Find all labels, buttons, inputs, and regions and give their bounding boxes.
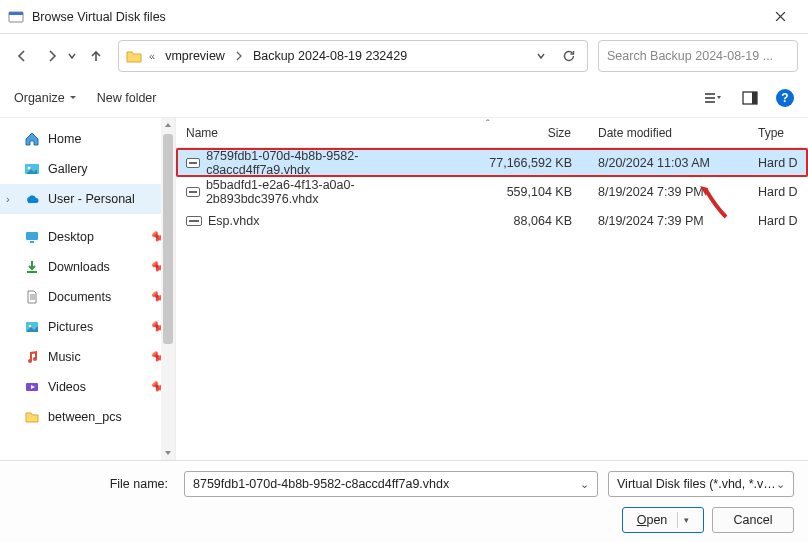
open-rest: pen	[646, 513, 667, 527]
file-date: 8/19/2024 7:39 PM	[598, 185, 704, 199]
sidebar-item-label: User - Personal	[48, 192, 135, 206]
sidebar-item-label: between_pcs	[48, 410, 122, 424]
up-button[interactable]	[84, 44, 108, 68]
sidebar-item-label: Music	[48, 350, 81, 364]
sidebar-item-desktop[interactable]: Desktop📌	[0, 222, 175, 252]
back-button[interactable]	[10, 44, 34, 68]
close-button[interactable]	[760, 2, 800, 32]
filename-combobox[interactable]: 8759fdb1-070d-4b8b-9582-c8accd4ff7a9.vhd…	[184, 471, 598, 497]
column-header-row: Name Size Date modified Type	[176, 118, 808, 148]
file-date: 8/19/2024 7:39 PM	[598, 214, 704, 228]
file-type-combobox[interactable]: Virtual Disk files (*.vhd, *.vhdx) ⌄	[608, 471, 794, 497]
open-accel: O	[637, 513, 647, 527]
chevron-down-icon	[69, 94, 77, 102]
file-type: Hard D	[758, 214, 798, 228]
file-type: Hard D	[758, 185, 798, 199]
organize-label: Organize	[14, 91, 65, 105]
column-header-date[interactable]: Date modified	[588, 118, 748, 147]
window-title: Browse Virtual Disk files	[32, 10, 166, 24]
file-list: ˆ Name Size Date modified Type 8759fdb1-…	[176, 118, 808, 460]
sidebar-item-label: Documents	[48, 290, 111, 304]
disk-file-icon	[186, 158, 200, 168]
desktop-icon	[24, 229, 40, 245]
file-name: b5badfd1-e2a6-4f13-a0a0-2b893bdc3976.vhd…	[206, 178, 428, 206]
sidebar-scrollbar[interactable]	[161, 118, 175, 460]
svg-rect-8	[27, 271, 37, 273]
sidebar-item-label: Desktop	[48, 230, 94, 244]
sort-indicator-icon: ˆ	[486, 118, 490, 130]
svg-rect-7	[30, 241, 34, 243]
documents-icon	[24, 289, 40, 305]
new-folder-button[interactable]: New folder	[97, 91, 157, 105]
pictures-icon	[24, 319, 40, 335]
filename-value: 8759fdb1-070d-4b8b-9582-c8accd4ff7a9.vhd…	[193, 477, 449, 491]
music-icon	[24, 349, 40, 365]
breadcrumb-separator: «	[147, 50, 157, 62]
table-row[interactable]: Esp.vhdx88,064 KB8/19/2024 7:39 PMHard D	[176, 206, 808, 235]
address-bar[interactable]: « vmpreview Backup 2024-08-19 232429	[118, 40, 588, 72]
search-box[interactable]	[598, 40, 798, 72]
sidebar-item-label: Gallery	[48, 162, 88, 176]
nav-row: « vmpreview Backup 2024-08-19 232429	[0, 34, 808, 78]
organize-menu[interactable]: Organize	[14, 91, 77, 105]
sidebar-item-home[interactable]: Home	[0, 124, 175, 154]
address-dropdown[interactable]	[529, 44, 553, 68]
open-button[interactable]: Open ▾	[622, 507, 704, 533]
onedrive-icon	[24, 191, 40, 207]
sidebar-item-pictures[interactable]: Pictures📌	[0, 312, 175, 342]
svg-rect-6	[26, 232, 38, 240]
column-header-name[interactable]: Name	[176, 118, 438, 147]
folder-icon	[125, 47, 143, 65]
table-row[interactable]: 8759fdb1-070d-4b8b-9582-c8accd4ff7a9.vhd…	[176, 148, 808, 177]
file-date: 8/20/2024 11:03 AM	[598, 156, 710, 170]
preview-pane-button[interactable]	[738, 86, 762, 110]
svg-rect-3	[752, 92, 757, 104]
sidebar-item-music[interactable]: Music📌	[0, 342, 175, 372]
videos-icon	[24, 379, 40, 395]
scrollbar-thumb[interactable]	[163, 134, 173, 344]
chevron-right-icon	[233, 51, 245, 61]
forward-button[interactable]	[40, 44, 64, 68]
title-bar: Browse Virtual Disk files	[0, 0, 808, 34]
file-name: Esp.vhdx	[208, 214, 259, 228]
sidebar-item-label: Pictures	[48, 320, 93, 334]
scroll-up-icon	[163, 120, 173, 130]
svg-point-10	[29, 325, 32, 328]
column-header-type[interactable]: Type	[748, 118, 808, 147]
sidebar-item-downloads[interactable]: Downloads📌	[0, 252, 175, 282]
toolbar: Organize New folder ?	[0, 78, 808, 118]
file-name: 8759fdb1-070d-4b8b-9582-c8accd4ff7a9.vhd…	[206, 149, 428, 177]
sidebar-item-label: Downloads	[48, 260, 110, 274]
breadcrumb-item[interactable]: Backup 2024-08-19 232429	[249, 47, 411, 65]
cancel-button[interactable]: Cancel	[712, 507, 794, 533]
column-header-size[interactable]: Size	[438, 118, 588, 147]
chevron-down-icon: ⌄	[776, 478, 785, 491]
chevron-down-icon: ⌄	[580, 478, 589, 491]
disk-file-icon	[186, 187, 200, 197]
sidebar-item-gallery[interactable]: Gallery	[0, 154, 175, 184]
search-input[interactable]	[605, 48, 791, 64]
sidebar-item-documents[interactable]: Documents📌	[0, 282, 175, 312]
main-area: HomeGallery›User - PersonalDesktop📌Downl…	[0, 118, 808, 460]
sidebar-item-label: Videos	[48, 380, 86, 394]
sidebar: HomeGallery›User - PersonalDesktop📌Downl…	[0, 118, 176, 460]
refresh-button[interactable]	[557, 44, 581, 68]
sidebar-item-folder[interactable]: between_pcs	[0, 402, 175, 432]
home-icon	[24, 131, 40, 147]
chevron-down-icon: ▾	[684, 515, 689, 525]
filename-label: File name:	[14, 477, 174, 491]
breadcrumb-item[interactable]: vmpreview	[161, 47, 229, 65]
file-size: 88,064 KB	[514, 214, 572, 228]
view-options-button[interactable]	[700, 86, 724, 110]
table-row[interactable]: b5badfd1-e2a6-4f13-a0a0-2b893bdc3976.vhd…	[176, 177, 808, 206]
downloads-icon	[24, 259, 40, 275]
help-button[interactable]: ?	[776, 89, 794, 107]
cancel-label: Cancel	[734, 513, 773, 527]
scroll-down-icon	[163, 448, 173, 458]
file-size: 559,104 KB	[507, 185, 572, 199]
sidebar-item-videos[interactable]: Videos📌	[0, 372, 175, 402]
disk-file-icon	[186, 216, 202, 226]
recent-locations-button[interactable]	[66, 44, 78, 68]
file-type-value: Virtual Disk files (*.vhd, *.vhdx)	[617, 477, 776, 491]
sidebar-item-onedrive[interactable]: ›User - Personal	[0, 184, 175, 214]
